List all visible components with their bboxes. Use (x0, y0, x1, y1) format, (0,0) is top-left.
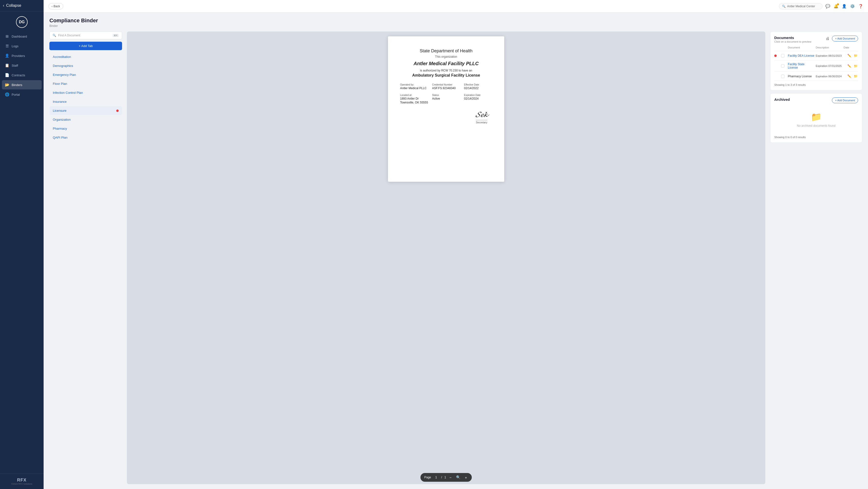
doc-license-type: Ambulatory Surgical Facility License (412, 73, 480, 78)
document-preview-area: State Department of Health This organiza… (127, 31, 765, 470)
help-icon[interactable]: ❓ (858, 4, 863, 8)
tab-emergency-plan[interactable]: Emergency Plan (50, 70, 122, 79)
doc-checkbox[interactable] (781, 54, 784, 57)
doc-actions: ✏️ 📁 (843, 74, 858, 79)
tab-infection-control[interactable]: Infection Control Plan (50, 88, 122, 97)
documents-title: Documents (774, 36, 811, 40)
header-icons: 💬 🔔 👤 ⚙️ ❓ (826, 4, 863, 8)
binders-icon: 📂 (5, 83, 9, 87)
doc-checkbox[interactable] (781, 64, 784, 67)
tab-organization[interactable]: Organization (50, 115, 122, 124)
tab-pharmacy[interactable]: Pharmacy (50, 124, 122, 133)
archived-title: Archived (774, 97, 790, 102)
zoom-out-button[interactable]: − (448, 475, 453, 480)
tab-floor-plan[interactable]: Floor Plan (50, 80, 122, 88)
sidebar-item-logs[interactable]: ☰ Logs (2, 41, 42, 51)
edit-doc-button[interactable]: ✏️ (847, 53, 852, 58)
doc-checkbox[interactable] (781, 75, 784, 78)
print-icon[interactable]: 🖨 (826, 36, 830, 41)
user-icon[interactable]: 👤 (842, 4, 847, 8)
sidebar-logo: RFX (3, 478, 41, 483)
messages-icon[interactable]: 💬 (826, 4, 830, 8)
left-panel: 🔍 Find A Document ⌘K + Add Tab Accredita… (50, 31, 122, 484)
doc-name-dea[interactable]: Facility DEA License (788, 54, 815, 57)
documents-table-header: Document Description Date (774, 46, 858, 51)
providers-icon: 👤 (5, 54, 9, 58)
center-panel: State Department of Health This organiza… (127, 31, 765, 484)
expiration-field: Expiration Date 02/14/2024 (464, 94, 492, 104)
doc-desc-state: Expiration 07/31/2025 (816, 64, 843, 67)
page-total: 1 (444, 476, 446, 479)
portal-icon: 🌐 (5, 92, 9, 97)
page-input[interactable] (434, 476, 439, 479)
document-page: State Department of Health This organiza… (388, 36, 504, 182)
doc-fields: Operated by: Antler Medical PLLC Credent… (400, 83, 492, 104)
content-body: 🔍 Find A Document ⌘K + Add Tab Accredita… (50, 31, 862, 484)
doc-name-pharmacy: Pharmacy License (788, 75, 815, 78)
header-search[interactable]: 🔍 Antler Medical Center (779, 3, 823, 9)
secretary-label: Secretary (476, 120, 487, 124)
table-row: Facility DEA License Expiration 08/31/20… (774, 51, 858, 60)
contracts-icon: 📄 (5, 73, 9, 77)
tab-demographics[interactable]: Demographics (50, 62, 122, 70)
search-icon: 🔍 (782, 5, 786, 8)
add-document-button[interactable]: + Add Document (832, 36, 858, 41)
doc-actions: ✏️ 📁 (843, 53, 858, 58)
collapse-label: Collapse (6, 3, 21, 8)
edit-doc-button[interactable]: ✏️ (847, 64, 852, 68)
doc-facility: Antler Medical Facility PLLC (414, 61, 479, 66)
licensure-dot (116, 110, 119, 112)
content-area: Compliance Binder Binder 🔍 Find A Docume… (43, 12, 868, 489)
document-search-box[interactable]: 🔍 Find A Document ⌘K (50, 31, 122, 39)
sidebar-footer: RFX ©2024 RFX Solutions (0, 473, 43, 489)
sidebar-item-dashboard[interactable]: ⊞ Dashboard (2, 32, 42, 41)
doc-desc-dea: Expiration 08/31/2023 (816, 54, 843, 57)
zoom-in-button[interactable]: + (464, 475, 468, 480)
logs-icon: ☰ (5, 44, 9, 48)
staff-icon: 📋 (5, 63, 9, 67)
add-archived-document-button[interactable]: + Add Document (832, 97, 858, 103)
sidebar-item-portal[interactable]: 🌐 Portal (2, 90, 42, 99)
sidebar-item-providers[interactable]: 👤 Providers (2, 51, 42, 60)
page-subtitle: Binder (50, 24, 862, 28)
tab-insurance[interactable]: Insurance (50, 97, 122, 106)
signature: 𝓢𝓮𝓴 (475, 110, 488, 119)
open-doc-button[interactable]: 📁 (853, 64, 858, 68)
sidebar: ‹ Collapse DG ⊞ Dashboard ☰ Logs 👤 Provi… (0, 0, 43, 489)
sidebar-nav: ⊞ Dashboard ☰ Logs 👤 Providers 📋 Staff 📄… (0, 32, 43, 473)
doc-subtitle: This organization (435, 55, 457, 58)
doc-toolbar: Page / 1 − 🔍 + (127, 470, 765, 484)
doc-org-name: State Department of Health (420, 49, 472, 54)
archived-header: Archived + Add Document (774, 97, 858, 103)
sidebar-item-contracts[interactable]: 📄 Contracts (2, 70, 42, 80)
add-tab-button[interactable]: + Add Tab (50, 42, 122, 50)
back-button[interactable]: ‹ Back (49, 3, 63, 9)
open-doc-button[interactable]: 📁 (853, 53, 858, 58)
toolbar-inner: Page / 1 − 🔍 + (421, 473, 472, 482)
documents-section: Documents Click on a document to preview… (770, 31, 862, 90)
zoom-fit-button[interactable]: 🔍 (455, 475, 462, 480)
edit-doc-button[interactable]: ✏️ (847, 74, 852, 79)
tab-licensure[interactable]: Licensure (50, 106, 122, 115)
settings-icon[interactable]: ⚙️ (850, 4, 855, 8)
notifications-icon[interactable]: 🔔 (834, 4, 838, 8)
operated-by-field: Operated by: Antler Medical PLLC (400, 83, 428, 90)
documents-header-left: Documents Click on a document to preview (774, 36, 811, 43)
tab-accreditation[interactable]: Accreditation (50, 53, 122, 61)
archived-section: Archived + Add Document 📁 No archived do… (770, 93, 862, 143)
empty-folder-icon: 📁 (811, 112, 822, 122)
sidebar-item-staff[interactable]: 📋 Staff (2, 61, 42, 70)
effective-date-field: Effective Date 02/14/2022 (464, 83, 492, 90)
sidebar-item-binders[interactable]: 📂 Binders (2, 80, 42, 89)
table-row: Facility State License Expiration 07/31/… (774, 60, 858, 72)
doc-name-state[interactable]: Facility State License (788, 62, 815, 69)
tab-qapi-plan[interactable]: QAPI Plan (50, 133, 122, 142)
open-doc-button[interactable]: 📁 (853, 74, 858, 79)
doc-actions: ✏️ 📁 (843, 64, 858, 68)
archived-empty-text: No archived documents found (797, 124, 835, 127)
located-field: Located at: 1893 Antler Dr Townsville, O… (400, 94, 428, 104)
chevron-left-icon: ‹ (52, 5, 53, 8)
notification-dot (837, 3, 839, 5)
dashboard-icon: ⊞ (5, 34, 9, 38)
collapse-button[interactable]: ‹ Collapse (0, 0, 43, 11)
